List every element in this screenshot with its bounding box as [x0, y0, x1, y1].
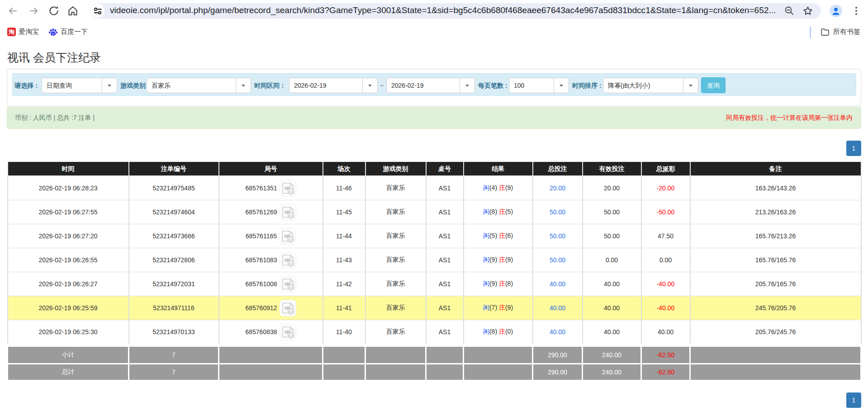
svg-text:du: du — [52, 32, 54, 35]
